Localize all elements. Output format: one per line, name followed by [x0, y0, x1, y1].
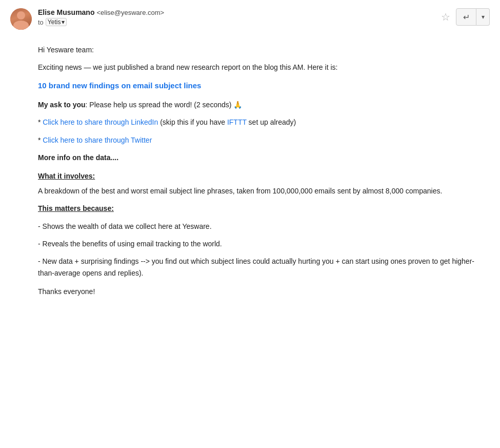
linkedin-link[interactable]: Click here to share through LinkedIn — [43, 118, 158, 126]
linkedin-section: * Click here to share through LinkedIn (… — [38, 116, 490, 128]
sender-name-line: Elise Musumano <elise@yesware.com> — [38, 8, 164, 16]
what-involves-header: What it involves: — [38, 170, 490, 182]
chevron-down-icon: ▾ — [482, 13, 485, 21]
thanks-line: Thanks everyone! — [38, 286, 490, 297]
reply-group: ↵ ▾ — [456, 8, 490, 26]
twitter-section: * Click here to share through Twitter — [38, 134, 490, 146]
sender-email: <elise@yesware.com> — [96, 9, 164, 16]
main-link-line: 10 brand new findings on email subject l… — [38, 80, 490, 92]
more-options-button[interactable]: ▾ — [476, 8, 490, 26]
to-recipient-dropdown[interactable]: Yetis ▾ — [46, 18, 67, 26]
main-blog-link[interactable]: 10 brand new findings on email subject l… — [38, 81, 201, 90]
matters-item-3: - New data + surprising findings --> you… — [38, 256, 490, 279]
star-button[interactable]: ☆ — [438, 10, 453, 24]
more-info-heading: More info on the data.... — [38, 152, 490, 163]
greeting: Hi Yesware team: — [38, 44, 490, 55]
intro-text: Exciting news — we just published a bran… — [38, 62, 490, 73]
twitter-link[interactable]: Click here to share through Twitter — [43, 136, 152, 144]
sender-block: Elise Musumano <elise@yesware.com> to Ye… — [10, 8, 164, 30]
this-matters-header: This matters because: — [38, 203, 490, 214]
ask-bold: My ask to you — [38, 101, 86, 109]
ask-rest: : Please help us spread the word! (2 sec… — [86, 101, 243, 109]
twitter-bullet: * — [38, 136, 43, 144]
star-icon: ☆ — [441, 11, 450, 23]
email-body: Hi Yesware team: Exciting news — we just… — [10, 35, 490, 313]
linkedin-bullet: * — [38, 118, 43, 126]
matters-item-2: - Reveals the benefits of using email tr… — [38, 238, 490, 249]
to-label: to — [38, 18, 44, 26]
to-line: to Yetis ▾ — [38, 18, 164, 26]
reply-button[interactable]: ↵ — [456, 8, 476, 26]
sender-info: Elise Musumano <elise@yesware.com> to Ye… — [38, 8, 164, 26]
reply-icon: ↵ — [463, 12, 470, 22]
email-header: Elise Musumano <elise@yesware.com> to Ye… — [10, 8, 490, 35]
more-info-line: More info on the data.... — [38, 152, 490, 163]
linkedin-post: (skip this if you have — [158, 118, 227, 126]
linkedin-end: set up already) — [247, 118, 296, 126]
sender-name: Elise Musumano — [38, 8, 94, 16]
this-matters-section: This matters because: — [38, 203, 490, 214]
matters-item-1: - Shows the wealth of data we collect he… — [38, 221, 490, 232]
ask-line: My ask to you: Please help us spread the… — [38, 99, 490, 110]
what-involves-section: What it involves: A breakdown of the bes… — [38, 170, 490, 197]
email-container: Elise Musumano <elise@yesware.com> to Ye… — [0, 0, 500, 321]
matters-list: - Shows the wealth of data we collect he… — [38, 221, 490, 279]
ifttt-link[interactable]: IFTTT — [227, 118, 247, 126]
to-recipient-label: Yetis — [48, 18, 61, 26]
dropdown-arrow-icon: ▾ — [62, 18, 65, 26]
what-involves-text: A breakdown of the best and worst email … — [38, 187, 442, 195]
header-actions: ☆ ↵ ▾ — [438, 8, 490, 26]
avatar — [10, 8, 32, 30]
